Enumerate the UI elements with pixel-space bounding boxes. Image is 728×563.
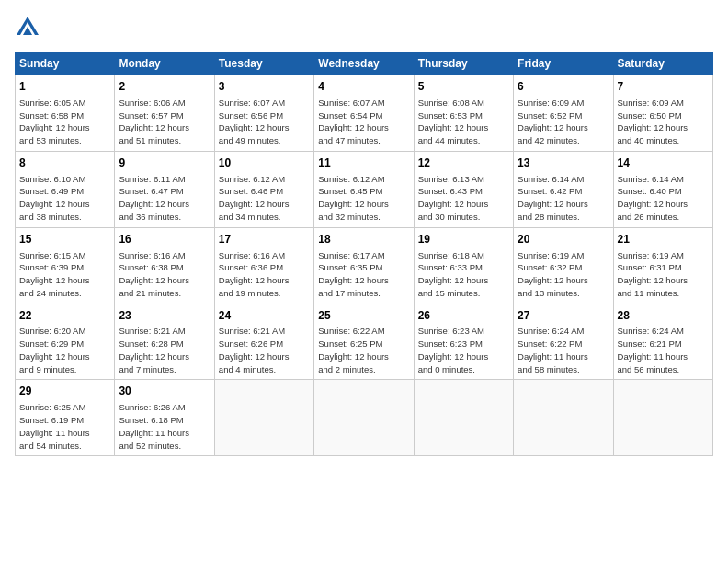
day-info: Sunrise: 6:07 AMSunset: 6:54 PMDaylight:… (318, 97, 409, 147)
day-number: 13 (518, 155, 609, 171)
calendar-cell: 17Sunrise: 6:16 AMSunset: 6:36 PMDayligh… (214, 227, 313, 304)
calendar-cell: 4Sunrise: 6:07 AMSunset: 6:54 PMDaylight… (314, 75, 414, 152)
day-info: Sunrise: 6:17 AMSunset: 6:35 PMDaylight:… (318, 249, 409, 300)
day-info: Sunrise: 6:16 AMSunset: 6:38 PMDaylight:… (119, 249, 210, 300)
day-number: 3 (219, 79, 310, 95)
day-number: 18 (318, 232, 409, 247)
calendar-cell: 27Sunrise: 6:24 AMSunset: 6:22 PMDayligh… (514, 304, 613, 380)
day-info: Sunrise: 6:11 AMSunset: 6:47 PMDaylight:… (119, 173, 210, 224)
calendar-cell: 24Sunrise: 6:21 AMSunset: 6:26 PMDayligh… (214, 304, 313, 380)
day-number: 8 (19, 155, 110, 171)
calendar-cell (514, 380, 613, 456)
day-info: Sunrise: 6:19 AMSunset: 6:32 PMDaylight:… (518, 249, 609, 300)
calendar-cell: 25Sunrise: 6:22 AMSunset: 6:25 PMDayligh… (314, 304, 414, 380)
calendar-week-row: 22Sunrise: 6:20 AMSunset: 6:29 PMDayligh… (16, 304, 713, 380)
calendar-cell: 16Sunrise: 6:16 AMSunset: 6:38 PMDayligh… (115, 227, 214, 304)
logo (15, 15, 44, 40)
calendar-cell: 20Sunrise: 6:19 AMSunset: 6:32 PMDayligh… (514, 227, 613, 304)
day-info: Sunrise: 6:14 AMSunset: 6:42 PMDaylight:… (518, 173, 609, 224)
day-info: Sunrise: 6:08 AMSunset: 6:53 PMDaylight:… (418, 97, 509, 147)
day-info: Sunrise: 6:22 AMSunset: 6:25 PMDaylight:… (318, 325, 409, 375)
header (15, 15, 713, 40)
calendar-cell: 8Sunrise: 6:10 AMSunset: 6:49 PMDaylight… (16, 151, 115, 227)
day-info: Sunrise: 6:15 AMSunset: 6:39 PMDaylight:… (19, 249, 110, 300)
calendar-cell (613, 380, 712, 456)
calendar-cell: 3Sunrise: 6:07 AMSunset: 6:56 PMDaylight… (214, 75, 313, 152)
calendar-cell: 15Sunrise: 6:15 AMSunset: 6:39 PMDayligh… (16, 227, 115, 304)
day-info: Sunrise: 6:26 AMSunset: 6:18 PMDaylight:… (119, 401, 210, 452)
day-info: Sunrise: 6:05 AMSunset: 6:58 PMDaylight:… (19, 97, 110, 147)
weekday-header-tuesday: Tuesday (214, 52, 313, 75)
day-number: 15 (19, 232, 110, 247)
calendar-week-row: 15Sunrise: 6:15 AMSunset: 6:39 PMDayligh… (16, 227, 713, 304)
day-info: Sunrise: 6:12 AMSunset: 6:46 PMDaylight:… (219, 173, 310, 224)
day-number: 30 (119, 384, 210, 399)
calendar-cell: 9Sunrise: 6:11 AMSunset: 6:47 PMDaylight… (115, 151, 214, 227)
day-number: 29 (19, 384, 110, 399)
day-number: 9 (119, 155, 210, 171)
calendar-cell: 19Sunrise: 6:18 AMSunset: 6:33 PMDayligh… (414, 227, 513, 304)
day-info: Sunrise: 6:13 AMSunset: 6:43 PMDaylight:… (418, 173, 509, 224)
day-number: 22 (19, 308, 110, 324)
day-info: Sunrise: 6:21 AMSunset: 6:28 PMDaylight:… (119, 325, 210, 375)
calendar-cell (314, 380, 414, 456)
calendar-cell: 14Sunrise: 6:14 AMSunset: 6:40 PMDayligh… (613, 151, 712, 227)
day-info: Sunrise: 6:19 AMSunset: 6:31 PMDaylight:… (618, 249, 709, 300)
day-info: Sunrise: 6:06 AMSunset: 6:57 PMDaylight:… (119, 97, 210, 147)
day-number: 28 (618, 308, 709, 324)
logo-icon (15, 15, 40, 40)
day-info: Sunrise: 6:23 AMSunset: 6:23 PMDaylight:… (418, 325, 509, 375)
calendar-cell: 7Sunrise: 6:09 AMSunset: 6:50 PMDaylight… (613, 75, 712, 152)
calendar-cell: 5Sunrise: 6:08 AMSunset: 6:53 PMDaylight… (414, 75, 513, 152)
calendar-cell: 29Sunrise: 6:25 AMSunset: 6:19 PMDayligh… (16, 380, 115, 456)
calendar-cell: 13Sunrise: 6:14 AMSunset: 6:42 PMDayligh… (514, 151, 613, 227)
calendar-cell: 10Sunrise: 6:12 AMSunset: 6:46 PMDayligh… (214, 151, 313, 227)
weekday-header-row: SundayMondayTuesdayWednesdayThursdayFrid… (16, 52, 713, 75)
calendar-cell: 18Sunrise: 6:17 AMSunset: 6:35 PMDayligh… (314, 227, 414, 304)
day-info: Sunrise: 6:10 AMSunset: 6:49 PMDaylight:… (19, 173, 110, 224)
weekday-header-sunday: Sunday (16, 52, 115, 75)
day-number: 5 (418, 79, 509, 95)
page-container: SundayMondayTuesdayWednesdayThursdayFrid… (0, 0, 728, 464)
calendar-cell: 21Sunrise: 6:19 AMSunset: 6:31 PMDayligh… (613, 227, 712, 304)
day-number: 7 (618, 79, 709, 95)
day-number: 19 (418, 232, 509, 247)
calendar-cell: 23Sunrise: 6:21 AMSunset: 6:28 PMDayligh… (115, 304, 214, 380)
day-number: 14 (618, 155, 709, 171)
calendar-cell: 11Sunrise: 6:12 AMSunset: 6:45 PMDayligh… (314, 151, 414, 227)
calendar-week-row: 1Sunrise: 6:05 AMSunset: 6:58 PMDaylight… (16, 75, 713, 152)
day-info: Sunrise: 6:25 AMSunset: 6:19 PMDaylight:… (19, 401, 110, 452)
day-info: Sunrise: 6:07 AMSunset: 6:56 PMDaylight:… (219, 97, 310, 147)
day-info: Sunrise: 6:14 AMSunset: 6:40 PMDaylight:… (618, 173, 709, 224)
day-info: Sunrise: 6:24 AMSunset: 6:22 PMDaylight:… (518, 325, 609, 375)
day-number: 12 (418, 155, 509, 171)
day-info: Sunrise: 6:09 AMSunset: 6:52 PMDaylight:… (518, 97, 609, 147)
day-number: 20 (518, 232, 609, 247)
calendar-cell: 22Sunrise: 6:20 AMSunset: 6:29 PMDayligh… (16, 304, 115, 380)
calendar-cell: 28Sunrise: 6:24 AMSunset: 6:21 PMDayligh… (613, 304, 712, 380)
weekday-header-thursday: Thursday (414, 52, 513, 75)
day-info: Sunrise: 6:18 AMSunset: 6:33 PMDaylight:… (418, 249, 509, 300)
calendar-cell: 1Sunrise: 6:05 AMSunset: 6:58 PMDaylight… (16, 75, 115, 152)
calendar-cell (214, 380, 313, 456)
calendar-table: SundayMondayTuesdayWednesdayThursdayFrid… (15, 52, 713, 456)
day-number: 2 (119, 79, 210, 95)
day-number: 10 (219, 155, 310, 171)
calendar-cell: 12Sunrise: 6:13 AMSunset: 6:43 PMDayligh… (414, 151, 513, 227)
calendar-cell: 26Sunrise: 6:23 AMSunset: 6:23 PMDayligh… (414, 304, 513, 380)
day-number: 23 (119, 308, 210, 324)
day-info: Sunrise: 6:21 AMSunset: 6:26 PMDaylight:… (219, 325, 310, 375)
day-number: 1 (19, 79, 110, 95)
day-info: Sunrise: 6:20 AMSunset: 6:29 PMDaylight:… (19, 325, 110, 375)
day-number: 25 (318, 308, 409, 324)
weekday-header-wednesday: Wednesday (314, 52, 414, 75)
day-number: 6 (518, 79, 609, 95)
day-info: Sunrise: 6:09 AMSunset: 6:50 PMDaylight:… (618, 97, 709, 147)
day-number: 11 (318, 155, 409, 171)
day-number: 24 (219, 308, 310, 324)
day-number: 16 (119, 232, 210, 247)
day-number: 17 (219, 232, 310, 247)
weekday-header-friday: Friday (514, 52, 613, 75)
calendar-cell: 6Sunrise: 6:09 AMSunset: 6:52 PMDaylight… (514, 75, 613, 152)
day-number: 26 (418, 308, 509, 324)
